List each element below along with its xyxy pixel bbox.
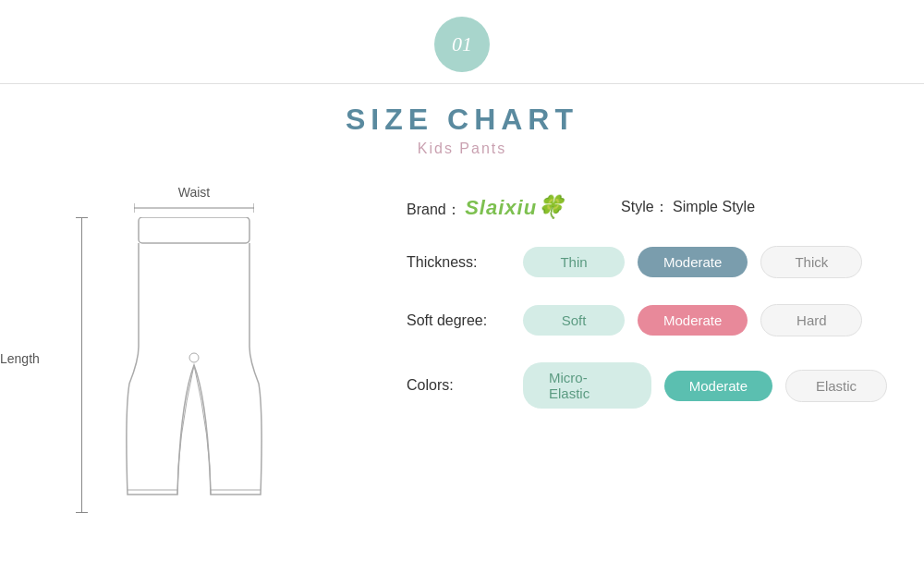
thickness-moderate[interactable]: Moderate	[638, 247, 748, 277]
title-section: SIZE CHART Kids Pants	[0, 84, 924, 166]
brand-field: Brand： Slaixiu🍀	[407, 194, 565, 220]
thickness-row: Thickness: Thin Moderate Thick	[407, 246, 887, 278]
brand-name: Slaixiu🍀	[465, 196, 565, 219]
svg-point-4	[189, 353, 199, 362]
badge-circle: 01	[434, 17, 490, 72]
length-label: Length	[0, 351, 40, 366]
badge-label: 01	[452, 32, 472, 56]
soft-degree-options: Soft Moderate Hard	[523, 304, 862, 336]
sub-title: Kids Pants	[0, 140, 924, 157]
length-tick-bottom	[76, 512, 88, 513]
colors-elastic[interactable]: Elastic	[785, 370, 887, 402]
brand-style-row: Brand： Slaixiu🍀 Style： Simple Style	[407, 185, 887, 220]
colors-micro-elastic[interactable]: Micro-Elastic	[523, 362, 651, 409]
pants-diagram: Waist Length	[65, 185, 323, 518]
pants-outline-svg	[120, 217, 268, 504]
soft-degree-row: Soft degree: Soft Moderate Hard	[407, 304, 887, 336]
soft-degree-soft[interactable]: Soft	[523, 305, 625, 336]
thickness-thin[interactable]: Thin	[523, 247, 625, 277]
colors-options: Micro-Elastic Moderate Elastic	[523, 362, 887, 409]
main-content: Waist Length	[0, 166, 924, 557]
thickness-thick[interactable]: Thick	[760, 246, 862, 278]
style-prefix: Style：	[621, 199, 669, 214]
colors-label: Colors:	[407, 377, 508, 394]
soft-degree-moderate[interactable]: Moderate	[638, 305, 748, 336]
soft-degree-hard[interactable]: Hard	[760, 304, 862, 336]
style-field: Style： Simple Style	[621, 198, 755, 217]
colors-row: Colors: Micro-Elastic Moderate Elastic	[407, 362, 887, 409]
main-title: SIZE CHART	[0, 103, 924, 137]
waist-arrow-svg	[134, 202, 254, 214]
info-section: Brand： Slaixiu🍀 Style： Simple Style Thic…	[370, 176, 906, 557]
style-value: Simple Style	[673, 199, 755, 214]
colors-moderate[interactable]: Moderate	[664, 371, 772, 401]
length-tick-top	[76, 217, 88, 218]
length-line	[81, 217, 82, 513]
waist-annotation: Waist	[92, 185, 296, 214]
top-badge-section: 01	[0, 0, 924, 83]
thickness-label: Thickness:	[407, 254, 508, 271]
thickness-options: Thin Moderate Thick	[523, 246, 862, 278]
diagram-section: Waist Length	[18, 176, 370, 557]
waist-label: Waist	[178, 185, 210, 200]
svg-rect-3	[139, 217, 249, 243]
soft-degree-label: Soft degree:	[407, 312, 508, 329]
brand-prefix: Brand：	[407, 202, 461, 217]
